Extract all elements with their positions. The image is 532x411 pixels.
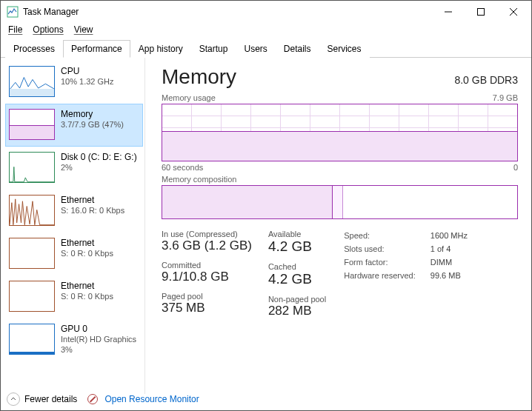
fewer-details-link[interactable]: Fewer details bbox=[24, 394, 77, 404]
sidebar-item-disk-0[interactable]: Disk 0 (C: D: E: G:)2% bbox=[5, 147, 143, 190]
sidebar-item-gpu-0[interactable]: GPU 0Intel(R) HD Graphics 3% bbox=[5, 318, 143, 361]
stat-available-label: Available bbox=[268, 230, 326, 238]
menubar: File Options View bbox=[1, 23, 531, 39]
stat-cached-value: 4.2 GB bbox=[268, 271, 326, 287]
menu-options[interactable]: Options bbox=[33, 24, 63, 35]
window-title: Task Manager bbox=[23, 7, 432, 17]
sidebar-item-cpu[interactable]: CPU10% 1.32 GHz bbox=[5, 61, 143, 104]
slots-value: 1 of 4 bbox=[430, 244, 468, 256]
slots-label: Slots used: bbox=[344, 244, 429, 256]
memory-capacity: 8.0 GB DDR3 bbox=[454, 74, 518, 86]
stat-inuse-label: In use (Compressed) bbox=[162, 230, 252, 238]
open-resource-monitor-link[interactable]: Open Resource Monitor bbox=[104, 394, 199, 404]
speed-label: Speed: bbox=[344, 231, 429, 243]
stat-inuse-value: 3.6 GB (1.2 GB) bbox=[162, 238, 252, 253]
sidebar-item-ethernet-3[interactable]: EthernetS: 0 R: 0 Kbps bbox=[5, 275, 143, 318]
memory-properties: Speed:1600 MHz Slots used:1 of 4 Form fa… bbox=[342, 230, 469, 284]
chevron-up-icon[interactable] bbox=[7, 392, 20, 406]
stat-paged-label: Paged pool bbox=[162, 292, 252, 301]
composition-label: Memory composition bbox=[162, 175, 236, 184]
stat-committed-label: Committed bbox=[162, 261, 252, 270]
sidebar-item-memory[interactable]: Memory3.7/7.9 GB (47%) bbox=[5, 104, 143, 147]
stat-paged-value: 375 MB bbox=[162, 301, 252, 315]
speed-value: 1600 MHz bbox=[430, 231, 468, 243]
usage-max: 7.9 GB bbox=[493, 93, 518, 102]
stat-nonpaged-label: Non-paged pool bbox=[268, 295, 326, 304]
formfactor-value: DIMM bbox=[430, 258, 468, 270]
svg-rect-2 bbox=[478, 9, 485, 16]
sidebar-item-ethernet-2[interactable]: EthernetS: 0 R: 0 Kbps bbox=[5, 233, 143, 275]
tabs: Processes Performance App history Startu… bbox=[1, 39, 531, 58]
memory-usage-graph[interactable] bbox=[162, 104, 518, 161]
memory-composition-bar[interactable] bbox=[162, 185, 518, 219]
page-title: Memory bbox=[162, 65, 236, 89]
hwreserved-value: 99.6 MB bbox=[430, 271, 468, 283]
axis-left: 60 seconds bbox=[162, 163, 203, 172]
close-button[interactable] bbox=[497, 1, 530, 22]
tab-services[interactable]: Services bbox=[319, 40, 370, 58]
usage-label: Memory usage bbox=[162, 93, 216, 102]
stat-committed-value: 9.1/10.8 GB bbox=[162, 270, 252, 284]
menu-file[interactable]: File bbox=[8, 24, 22, 35]
hwreserved-label: Hardware reserved: bbox=[344, 271, 429, 283]
tab-app-history[interactable]: App history bbox=[130, 40, 191, 58]
footer: Fewer details Open Resource Monitor bbox=[7, 392, 199, 406]
maximize-button[interactable] bbox=[465, 1, 497, 22]
menu-view[interactable]: View bbox=[74, 24, 93, 35]
task-manager-icon bbox=[7, 6, 19, 18]
resource-monitor-icon bbox=[87, 394, 98, 404]
titlebar[interactable]: Task Manager bbox=[1, 1, 531, 23]
tab-processes[interactable]: Processes bbox=[5, 40, 63, 58]
axis-right: 0 bbox=[513, 163, 518, 172]
svg-rect-5 bbox=[10, 89, 54, 97]
stat-available-value: 4.2 GB bbox=[268, 238, 326, 255]
formfactor-label: Form factor: bbox=[344, 258, 429, 270]
sidebar-item-ethernet-1[interactable]: EthernetS: 16.0 R: 0 Kbps bbox=[5, 190, 143, 233]
detail-panel: Memory 8.0 GB DDR3 Memory usage7.9 GB 60… bbox=[145, 58, 531, 394]
tab-startup[interactable]: Startup bbox=[191, 40, 236, 58]
stat-nonpaged-value: 282 MB bbox=[268, 304, 326, 318]
tab-users[interactable]: Users bbox=[236, 40, 275, 58]
tab-details[interactable]: Details bbox=[276, 40, 319, 58]
stat-cached-label: Cached bbox=[268, 262, 326, 271]
minimize-button[interactable] bbox=[432, 1, 465, 22]
tab-performance[interactable]: Performance bbox=[63, 40, 130, 58]
sidebar: CPU10% 1.32 GHz Memory3.7/7.9 GB (47%) D… bbox=[1, 58, 145, 394]
